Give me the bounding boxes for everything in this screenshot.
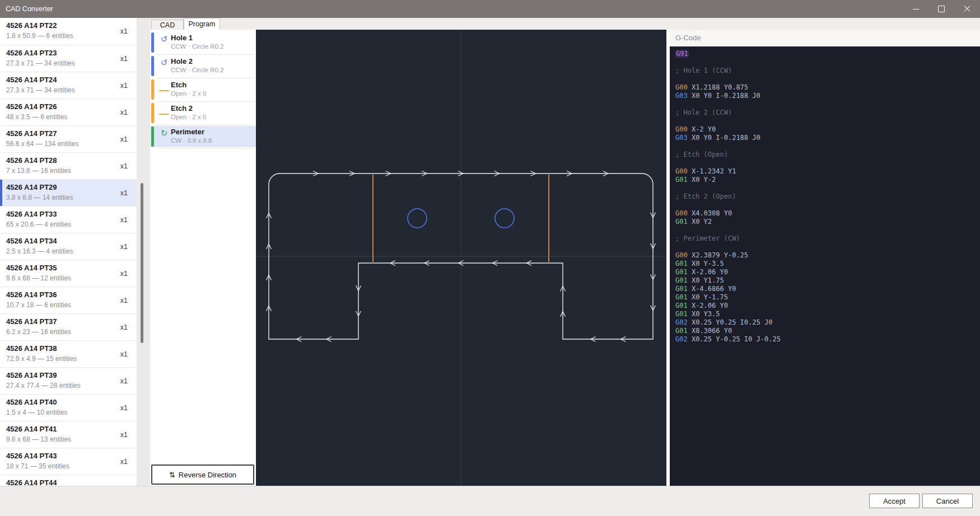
gcode-line bbox=[675, 75, 974, 83]
operation-accent-bar bbox=[151, 103, 154, 123]
line-icon bbox=[158, 107, 170, 121]
tab-program[interactable]: Program bbox=[184, 18, 220, 30]
part-dimensions: 9.6 x 68 — 13 entities bbox=[6, 435, 71, 443]
line-icon bbox=[158, 83, 170, 98]
part-name: 4526 A14 PT22 bbox=[6, 21, 57, 30]
part-dimensions: 7 x 13.6 — 16 entities bbox=[6, 167, 71, 175]
part-list-item[interactable]: 4526 A14 PT359.6 x 68 — 12 entitiesx1 bbox=[0, 260, 137, 287]
gcode-line bbox=[675, 243, 974, 251]
parts-list-scrollbar-track[interactable] bbox=[137, 18, 150, 486]
parts-list-scrollbar-thumb[interactable] bbox=[141, 183, 143, 343]
part-dimensions: 27.3 x 71 — 34 entities bbox=[6, 86, 75, 94]
gcode-header: G-Code bbox=[670, 30, 980, 46]
operation-name: Etch bbox=[171, 81, 186, 89]
part-dimensions: 18 x 71 — 35 entities bbox=[6, 462, 69, 470]
gcode-line: ; Perimeter (CW) bbox=[675, 234, 974, 243]
operation-row-hole-1[interactable]: ↺Hole 1CCW · Circle R0.2 bbox=[150, 32, 256, 53]
tab-cad-view[interactable]: CAD View bbox=[151, 20, 184, 30]
gcode-line: G00 X-1.2342 Y1 bbox=[675, 167, 974, 176]
part-name: 4526 A14 PT37 bbox=[6, 317, 57, 326]
operation-separator bbox=[157, 78, 254, 78]
minimize-button[interactable] bbox=[903, 0, 928, 18]
gcode-line: G01 X0 Y-1.75 bbox=[675, 293, 974, 302]
operation-separator bbox=[157, 101, 254, 102]
gcode-line bbox=[675, 184, 974, 193]
part-dimensions: 1.8 x 50.9 — 6 entities bbox=[6, 32, 73, 40]
maximize-icon bbox=[938, 6, 945, 12]
gcode-line: G03 X0 Y0 I-0.2188 J0 bbox=[675, 92, 974, 100]
part-quantity: x1 bbox=[120, 45, 128, 72]
gcode-line: G00 X4.0308 Y0 bbox=[675, 209, 974, 218]
operation-separator bbox=[157, 148, 254, 149]
part-dimensions: 10.7 x 18 — 6 entities bbox=[6, 301, 71, 309]
part-list-item[interactable]: 4526 A14 PT376.2 x 23 — 16 entitiesx1 bbox=[0, 313, 137, 340]
operation-subtitle: Open · 2 x 0 bbox=[171, 114, 206, 120]
gcode-line bbox=[675, 159, 974, 167]
accept-button[interactable]: Accept bbox=[869, 494, 920, 508]
part-list-item[interactable]: 4526 A14 PT419.6 x 68 — 13 entitiesx1 bbox=[0, 421, 137, 448]
cancel-button[interactable]: Cancel bbox=[922, 494, 973, 508]
gcode-line: G02 X0.25 Y0.25 I0.25 J0 bbox=[675, 318, 974, 327]
part-list-item[interactable]: 4526 A14 PT221.8 x 50.9 — 6 entitiesx1 bbox=[0, 18, 137, 45]
part-list-item[interactable]: 4526 A14 PT287 x 13.6 — 16 entitiesx1 bbox=[0, 152, 137, 179]
part-quantity: x1 bbox=[120, 126, 128, 153]
footer-bar: Accept Cancel bbox=[0, 486, 980, 516]
cad-viewport[interactable] bbox=[256, 30, 666, 486]
gcode-line: G00 X1.2188 Y0.875 bbox=[675, 83, 974, 92]
operation-name: Hole 2 bbox=[171, 57, 193, 65]
operation-row-etch-2[interactable]: Etch 2Open · 2 x 0 bbox=[150, 102, 256, 124]
operation-separator bbox=[157, 125, 254, 125]
operation-accent-bar bbox=[151, 56, 154, 76]
part-quantity: x1 bbox=[120, 421, 128, 448]
operation-row-perimeter[interactable]: ↻PerimeterCW · 3.8 x 8.8 bbox=[150, 126, 256, 147]
part-name: 4526 A14 PT36 bbox=[6, 290, 57, 299]
part-quantity: x1 bbox=[120, 314, 128, 341]
part-quantity: x1 bbox=[120, 341, 128, 368]
reverse-direction-button[interactable]: ⇅ Reverse Direction bbox=[151, 465, 254, 485]
part-quantity: x1 bbox=[120, 153, 128, 180]
part-list-item[interactable]: 4526 A14 PT293.8 x 8.8 — 14 entitiesx1 bbox=[0, 179, 137, 206]
maximize-button[interactable] bbox=[928, 0, 954, 18]
part-name: 4526 A14 PT44 bbox=[6, 479, 57, 486]
part-list-item[interactable]: 4526 A14 PT401.5 x 4 — 10 entitiesx1 bbox=[0, 394, 137, 421]
part-dimensions: 3.8 x 8.8 — 14 entities bbox=[6, 194, 73, 201]
operation-row-etch[interactable]: EtchOpen · 2 x 0 bbox=[150, 79, 256, 100]
part-name: 4526 A14 PT34 bbox=[6, 237, 57, 245]
operation-row-hole-2[interactable]: ↺Hole 2CCW · Circle R0.2 bbox=[150, 55, 256, 77]
part-dimensions: 6.2 x 23 — 16 entities bbox=[6, 328, 71, 336]
operation-name: Hole 1 bbox=[171, 34, 193, 42]
part-list-item[interactable]: 4526 A14 PT2756.6 x 64 — 134 entitiesx1 bbox=[0, 125, 137, 152]
part-dimensions: 48 x 3.5 — 6 entities bbox=[6, 113, 67, 121]
part-list-item[interactable]: 4526 A14 PT4318 x 71 — 35 entitiesx1 bbox=[0, 448, 137, 475]
gcode-line: G01 X0 Y-3.5 bbox=[675, 260, 974, 268]
part-list-item[interactable]: 4526 A14 PT3927.4 x 77.4 — 28 entitiesx1 bbox=[0, 367, 137, 394]
part-list-item[interactable]: 4526 A14 PT2427.3 x 71 — 34 entitiesx1 bbox=[0, 72, 137, 98]
part-dimensions: 72.9 x 4.9 — 15 entities bbox=[6, 355, 77, 363]
cad-drawing bbox=[256, 30, 666, 486]
part-dimensions: 1.5 x 4 — 10 entities bbox=[6, 409, 67, 416]
part-name: 4526 A14 PT40 bbox=[6, 398, 57, 406]
gcode-line: G01 X0 Y1.75 bbox=[675, 276, 974, 285]
gcode-line bbox=[675, 142, 974, 151]
part-name: 4526 A14 PT28 bbox=[6, 156, 57, 165]
part-list-item[interactable]: 4526 A14 PT44x1 bbox=[0, 475, 137, 486]
part-name: 4526 A14 PT39 bbox=[6, 371, 57, 379]
gcode-line: G01 X0 Y-2 bbox=[675, 176, 974, 184]
gcode-line: G00 X2.3879 Y-0.25 bbox=[675, 251, 974, 260]
etch-line-glyph bbox=[159, 114, 169, 115]
close-button[interactable] bbox=[954, 0, 980, 18]
part-list-item[interactable]: 4526 A14 PT342.5 x 16.3 — 4 entitiesx1 bbox=[0, 233, 137, 260]
cad-converter-window: CAD Converter 4526 A14 PT221.8 x 50.9 — … bbox=[0, 0, 980, 516]
gcode-line bbox=[675, 201, 974, 209]
titlebar: CAD Converter bbox=[0, 0, 980, 18]
part-list-item[interactable]: 4526 A14 PT3872.9 x 4.9 — 15 entitiesx1 bbox=[0, 340, 137, 367]
part-quantity: x1 bbox=[120, 99, 128, 126]
part-list-item[interactable]: 4526 A14 PT2327.3 x 71 — 34 entitiesx1 bbox=[0, 45, 137, 72]
window-title: CAD Converter bbox=[6, 0, 53, 18]
part-name: 4526 A14 PT29 bbox=[6, 183, 57, 191]
part-list-item[interactable]: 4526 A14 PT3365 x 20.6 — 4 entitiesx1 bbox=[0, 206, 137, 233]
part-list-item[interactable]: 4526 A14 PT3610.7 x 18 — 6 entitiesx1 bbox=[0, 287, 137, 313]
gcode-line: ; Etch 2 (Open) bbox=[675, 193, 974, 201]
part-list-item[interactable]: 4526 A14 PT2648 x 3.5 — 6 entitiesx1 bbox=[0, 98, 137, 125]
part-name: 4526 A14 PT23 bbox=[6, 49, 57, 57]
